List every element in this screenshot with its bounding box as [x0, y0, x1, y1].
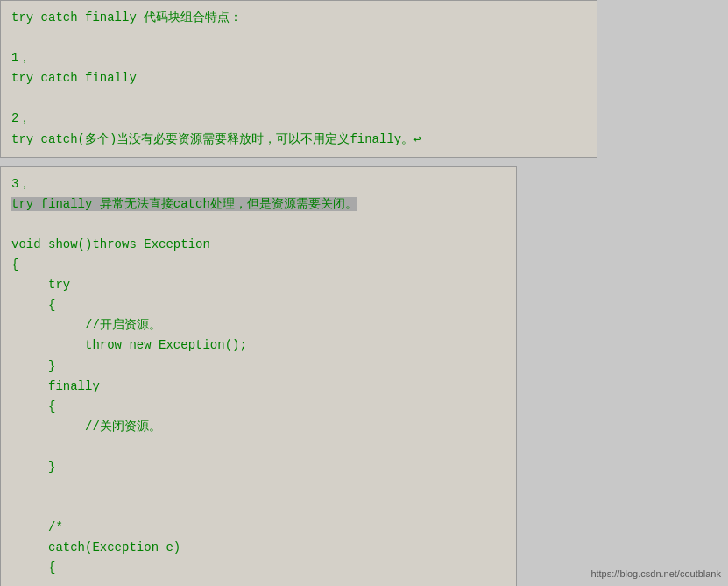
page-container: try catch finally 代码块组合特点： 1， try catch …	[0, 0, 728, 586]
bottom-line-19: {	[11, 561, 55, 575]
bottom-line-6: {	[11, 298, 55, 312]
bottom-line-7: //开启资源。	[11, 318, 161, 332]
bottom-line-18: catch(Exception e)	[11, 540, 180, 554]
bottom-line-9: }	[11, 359, 55, 373]
watermark: https://blog.csdn.net/coutblank	[590, 568, 721, 579]
bottom-line-11: {	[11, 399, 55, 413]
top-code-line-1: try catch finally 代码块组合特点：	[11, 11, 242, 25]
bottom-line-5: try	[11, 278, 70, 292]
top-code-block: try catch finally 代码块组合特点： 1， try catch …	[0, 0, 597, 158]
bottom-line-10: finally	[11, 379, 100, 393]
bottom-line-17: /*	[11, 520, 63, 534]
bottom-line-14: }	[11, 460, 55, 474]
bottom-line-8: throw new Exception();	[11, 338, 247, 352]
bottom-line-3: void show()throws Exception	[11, 237, 210, 251]
bottom-line-4: {	[11, 258, 18, 272]
bottom-line-1-highlighted: try finally 异常无法直接catch处理，但是资源需要关闭。	[11, 197, 357, 211]
top-code-line-6: 2，	[11, 111, 31, 125]
top-code-line-3: 1，	[11, 51, 31, 65]
bottom-line-12: //关闭资源。	[11, 420, 161, 434]
bottom-code-block: 3， try finally 异常无法直接catch处理，但是资源需要关闭。 v…	[0, 166, 517, 586]
top-code-line-4: try catch finally	[11, 71, 137, 85]
bottom-line-0: 3，	[11, 177, 31, 191]
top-code-line-7: try catch(多个)当没有必要资源需要释放时，可以不用定义finally。	[11, 132, 413, 146]
